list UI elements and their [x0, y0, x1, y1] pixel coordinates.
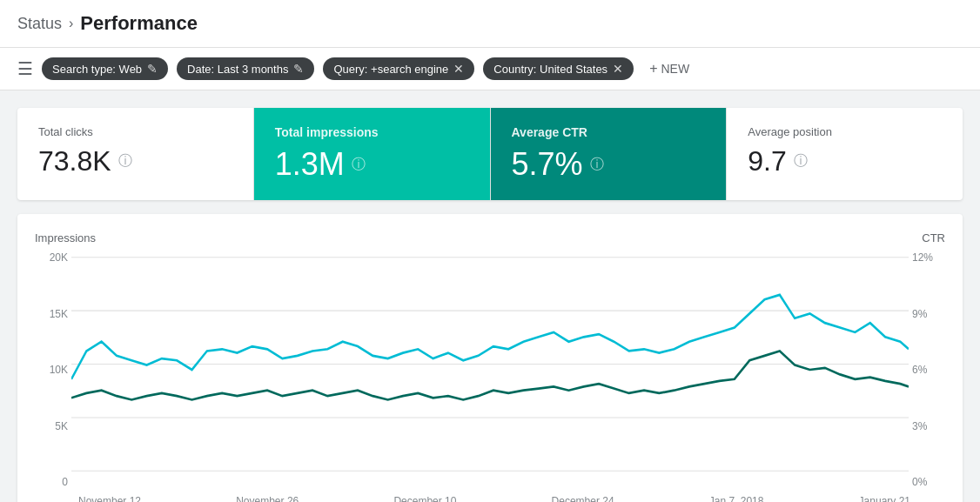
- help-icon-impressions[interactable]: ⓘ: [352, 156, 366, 174]
- stat-label-total-clicks: Total clicks: [38, 125, 232, 138]
- y-left-10k: 10K: [35, 364, 68, 376]
- stat-label-total-impressions: Total impressions: [275, 125, 469, 139]
- breadcrumb-chevron: ›: [69, 16, 73, 31]
- filter-chip-country[interactable]: Country: United States ✕: [483, 57, 634, 80]
- y-right-6: 6%: [912, 364, 945, 376]
- filter-chip-query[interactable]: Query: +search engine ✕: [323, 57, 474, 80]
- filter-icon[interactable]: ☰: [17, 58, 33, 79]
- y-left-15k: 15K: [35, 308, 68, 320]
- y-right-0: 0%: [912, 476, 945, 488]
- y-right-12: 12%: [912, 251, 945, 264]
- filter-chip-country-label: Country: United States: [493, 63, 607, 76]
- filter-chip-search-type[interactable]: Search type: Web ✎: [42, 57, 168, 80]
- stat-value-average-ctr: 5.7% ⓘ: [512, 146, 706, 183]
- chart-label-ctr: CTR: [922, 231, 945, 244]
- filter-chip-date-label: Date: Last 3 months: [187, 63, 288, 76]
- stat-average-ctr: Average CTR 5.7% ⓘ: [491, 108, 728, 200]
- help-icon-ctr[interactable]: ⓘ: [590, 156, 604, 174]
- x-label-nov26: November 26: [236, 495, 299, 502]
- close-icon[interactable]: ✕: [613, 62, 623, 76]
- chart-labels: Impressions CTR: [35, 231, 945, 244]
- edit-icon[interactable]: ✎: [293, 62, 304, 76]
- page-header: Status › Performance: [0, 0, 980, 48]
- x-label-nov12: November 12: [78, 495, 141, 502]
- x-label-jan21: January 21: [859, 495, 910, 502]
- stat-number-total-clicks: 73.8K: [38, 145, 111, 177]
- stat-number-total-impressions: 1.3M: [275, 146, 345, 183]
- stat-label-average-position: Average position: [748, 125, 942, 138]
- filter-bar: ☰ Search type: Web ✎ Date: Last 3 months…: [0, 48, 980, 90]
- add-new-button[interactable]: + NEW: [642, 57, 696, 81]
- chart-card: Impressions CTR 20K 15K 10K 5K 0 12% 9% …: [17, 214, 963, 502]
- help-icon-clicks[interactable]: ⓘ: [118, 152, 132, 171]
- x-axis-labels: November 12 November 26 December 10 Dece…: [35, 492, 945, 502]
- stat-total-clicks: Total clicks 73.8K ⓘ: [17, 108, 254, 200]
- stat-number-average-position: 9.7: [748, 145, 786, 177]
- stat-number-average-ctr: 5.7%: [512, 146, 583, 183]
- x-label-dec24: December 24: [552, 495, 614, 502]
- help-icon-position[interactable]: ⓘ: [794, 152, 808, 171]
- chart-area: 20K 15K 10K 5K 0 12% 9% 6% 3% 0%: [35, 248, 945, 492]
- stat-label-average-ctr: Average CTR: [512, 125, 706, 139]
- filter-chip-search-type-label: Search type: Web: [52, 63, 142, 76]
- y-right-9: 9%: [912, 308, 945, 320]
- x-label-dec10: December 10: [393, 495, 456, 502]
- chart-svg: [71, 248, 909, 492]
- y-right-3: 3%: [912, 420, 945, 432]
- stats-row: Total clicks 73.8K ⓘ Total impressions 1…: [17, 108, 963, 200]
- y-axis-right: 12% 9% 6% 3% 0%: [912, 248, 945, 492]
- impressions-line: [71, 295, 909, 379]
- stat-value-average-position: 9.7 ⓘ: [748, 145, 942, 177]
- ctr-line: [71, 351, 909, 399]
- chart-label-impressions: Impressions: [35, 231, 96, 244]
- close-icon[interactable]: ✕: [453, 62, 464, 76]
- add-new-label: NEW: [661, 62, 689, 76]
- stat-value-total-clicks: 73.8K ⓘ: [38, 145, 232, 177]
- main-content: Total clicks 73.8K ⓘ Total impressions 1…: [0, 90, 980, 502]
- filter-chip-date[interactable]: Date: Last 3 months ✎: [177, 57, 314, 80]
- stat-value-total-impressions: 1.3M ⓘ: [275, 146, 469, 183]
- stats-card: Total clicks 73.8K ⓘ Total impressions 1…: [17, 108, 963, 200]
- y-left-5k: 5K: [35, 420, 68, 432]
- breadcrumb-status: Status: [17, 15, 62, 33]
- plus-icon: +: [649, 61, 657, 77]
- filter-chip-query-label: Query: +search engine: [333, 63, 448, 76]
- x-label-jan7: Jan 7, 2018: [709, 495, 764, 502]
- stat-average-position: Average position 9.7 ⓘ: [727, 108, 963, 200]
- stat-total-impressions: Total impressions 1.3M ⓘ: [254, 108, 491, 200]
- y-left-0: 0: [35, 476, 68, 488]
- page-title: Performance: [80, 12, 198, 35]
- y-axis-left: 20K 15K 10K 5K 0: [35, 248, 68, 492]
- y-left-20k: 20K: [35, 251, 68, 264]
- edit-icon[interactable]: ✎: [147, 62, 158, 76]
